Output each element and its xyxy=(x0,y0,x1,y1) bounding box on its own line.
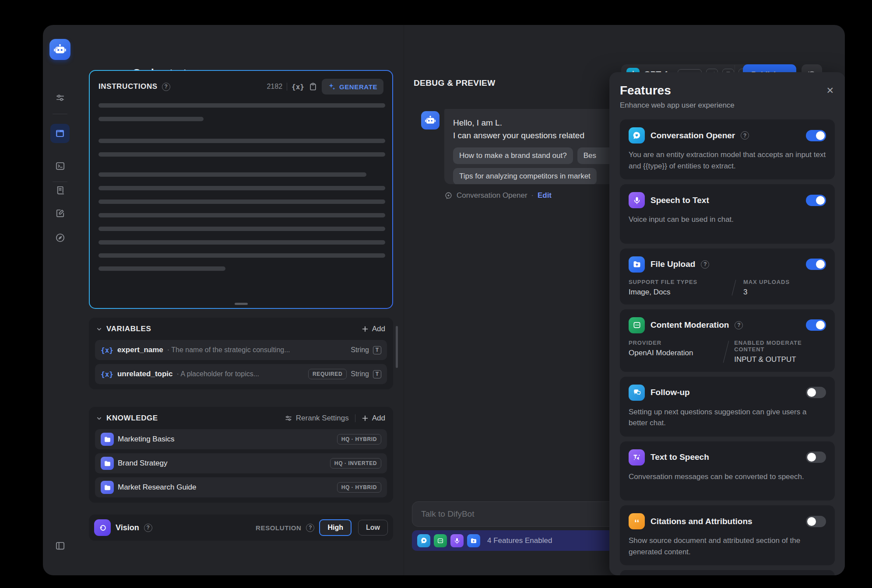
text-to-speech-icon xyxy=(629,449,645,466)
instructions-editor[interactable]: INSTRUCTIONS ? 2182 {x} GENERATE xyxy=(90,71,392,308)
follow-up-icon xyxy=(629,385,645,401)
kv-label: PROVIDER xyxy=(629,340,718,346)
chevron-down-icon[interactable] xyxy=(96,326,102,332)
suggested-question-chip[interactable]: How to make a brand stand out? xyxy=(453,147,573,164)
feature-card-citations: Citations and Attributions Show source d… xyxy=(620,505,835,565)
knowledge-row[interactable]: Market Research Guide HQ · HYBRID xyxy=(95,477,387,497)
add-variable-button[interactable]: Add xyxy=(362,325,385,333)
knowledge-row[interactable]: Marketing Basics HQ · HYBRID xyxy=(95,429,387,449)
app-logo[interactable] xyxy=(49,39,70,60)
opener-feature-icon xyxy=(417,534,430,547)
copy-button[interactable] xyxy=(309,82,317,91)
variable-name: expert_name xyxy=(117,346,163,354)
resize-handle[interactable] xyxy=(235,303,248,305)
document-icon xyxy=(55,186,65,196)
kv-value: 3 xyxy=(743,288,790,297)
conversation-opener-icon xyxy=(629,127,645,144)
resolution-low-button[interactable]: Low xyxy=(358,520,388,536)
feature-card-text-to-speech: Text to Speech Conversation messages can… xyxy=(620,441,835,501)
speech-to-text-toggle[interactable] xyxy=(806,195,826,206)
chevron-down-icon[interactable] xyxy=(96,415,102,422)
feature-card-annotation-reply: Annotation Reply xyxy=(620,570,835,575)
variable-description: · A placeholder for topics... xyxy=(177,370,260,378)
feature-card-file-upload: File Upload ? SUPPORT FILE TYPES Image, … xyxy=(620,248,835,304)
variable-row[interactable]: {x} unrelated_topic · A placeholder for … xyxy=(95,364,387,384)
resolution-high-button[interactable]: High xyxy=(319,519,352,536)
add-knowledge-button[interactable]: Add xyxy=(362,414,385,423)
variable-type: String xyxy=(351,370,369,378)
add-label: Add xyxy=(372,414,385,423)
kv-value: INPUT & OUTPUT xyxy=(734,355,826,364)
sidebar-item-settings[interactable] xyxy=(50,88,70,107)
bot-avatar xyxy=(421,111,440,130)
rerank-icon xyxy=(285,414,292,422)
variable-type: String xyxy=(351,346,369,354)
help-icon[interactable]: ? xyxy=(144,524,152,532)
variable-row[interactable]: {x} expert_name · The name of the strate… xyxy=(95,340,387,360)
knowledge-row[interactable]: Brand Strategy HQ · INVERTED xyxy=(95,453,387,473)
sidebar-divider xyxy=(53,114,67,114)
features-panel: ✕ Features Enhance web app user experien… xyxy=(609,72,845,575)
debug-preview-title: DEBUG & PREVIEW xyxy=(414,78,496,88)
string-type-icon: T xyxy=(373,346,381,354)
robot-icon xyxy=(425,115,436,126)
file-upload-toggle[interactable] xyxy=(806,259,826,270)
feature-description: Setting up next questions suggestion can… xyxy=(629,406,826,429)
add-label: Add xyxy=(372,325,385,333)
help-icon[interactable]: ? xyxy=(306,524,314,532)
features-title: Features xyxy=(620,84,835,98)
variables-title: VARIABLES xyxy=(106,325,151,333)
variable-icon: {x} xyxy=(101,346,113,354)
help-icon[interactable]: ? xyxy=(162,83,170,91)
content-moderation-icon xyxy=(629,317,645,333)
feature-title: File Upload xyxy=(650,259,695,269)
feature-description: Conversation messages can be converted t… xyxy=(629,471,826,483)
robot-icon xyxy=(53,43,67,56)
feature-description: Voice input can be used in chat. xyxy=(629,214,826,225)
rerank-label: Rerank Settings xyxy=(296,414,349,423)
content-moderation-toggle[interactable] xyxy=(806,319,826,331)
sparkles-icon xyxy=(328,83,336,91)
resolution-label: RESOLUTION xyxy=(256,524,301,532)
speech-to-text-icon xyxy=(629,192,645,208)
feature-card-speech-to-text: Speech to Text Voice input can be used i… xyxy=(620,184,835,244)
dataset-folder-icon xyxy=(101,433,114,446)
help-icon[interactable]: ? xyxy=(735,321,743,329)
sidebar-item-annotations[interactable] xyxy=(50,203,70,223)
feature-title: Content Moderation xyxy=(650,320,729,330)
toolbar-divider xyxy=(287,83,287,91)
knowledge-name: Marketing Basics xyxy=(118,435,174,444)
sidebar-collapse-button[interactable] xyxy=(50,536,70,555)
separator-dot: · xyxy=(531,192,534,200)
kv-divider xyxy=(726,279,743,297)
rerank-settings-button[interactable]: Rerank Settings xyxy=(285,414,349,423)
help-icon[interactable]: ? xyxy=(741,131,749,140)
variable-icon: {x} xyxy=(101,370,113,378)
sidebar xyxy=(43,25,77,575)
feature-card-follow-up: Follow-up Setting up next questions sugg… xyxy=(620,377,835,437)
insert-variable-button[interactable]: {x} xyxy=(292,83,304,91)
sidebar-item-monitoring[interactable] xyxy=(50,228,70,247)
screen: Orchestrate GPT-4o CHAT Publish xyxy=(0,0,872,588)
variable-description: · The name of the strategic consulting..… xyxy=(167,346,290,354)
suggested-question-chip[interactable]: Tips for analyzing competitors in market xyxy=(453,168,597,184)
sidebar-item-api[interactable] xyxy=(50,156,70,175)
text-to-speech-toggle[interactable] xyxy=(806,452,826,463)
knowledge-badge: HQ · HYBRID xyxy=(337,482,381,493)
sidebar-item-orchestrate[interactable] xyxy=(50,124,70,143)
conversation-opener-toggle[interactable] xyxy=(806,130,826,141)
sidebar-item-logs[interactable] xyxy=(50,181,70,200)
left-column-scrollbar[interactable] xyxy=(396,326,398,368)
vision-label: Vision xyxy=(116,523,139,532)
feature-description: You are an entity extraction model that … xyxy=(629,149,826,172)
generate-button[interactable]: GENERATE xyxy=(322,79,383,94)
citations-toggle[interactable] xyxy=(806,516,826,527)
help-icon[interactable]: ? xyxy=(701,260,709,269)
follow-up-toggle[interactable] xyxy=(806,387,826,398)
knowledge-section: KNOWLEDGE Rerank Settings Add Marketing … xyxy=(89,407,393,503)
close-icon[interactable]: ✕ xyxy=(826,85,834,96)
feature-description: Show source document and attributed sect… xyxy=(629,535,826,557)
upload-feature-icon xyxy=(467,534,480,547)
feature-title: Citations and Attributions xyxy=(650,517,752,526)
edit-opener-link[interactable]: Edit xyxy=(538,191,552,200)
